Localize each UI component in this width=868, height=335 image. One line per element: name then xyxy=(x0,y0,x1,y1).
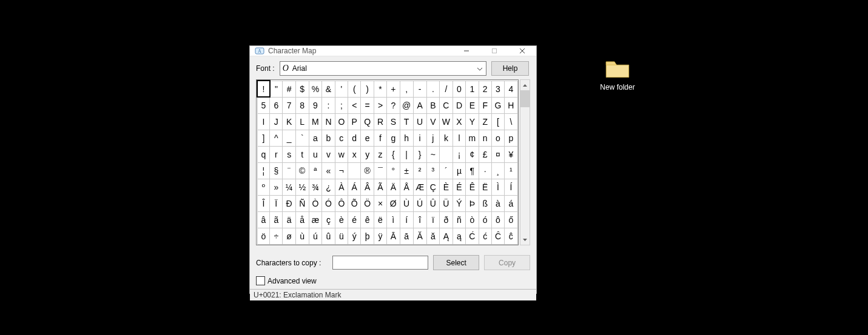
character-cell[interactable]: o xyxy=(491,130,504,147)
character-cell[interactable]: _ xyxy=(283,130,296,147)
character-cell[interactable]: S xyxy=(387,114,400,130)
character-cell[interactable]: º xyxy=(257,179,270,196)
character-cell[interactable]: K xyxy=(283,114,296,130)
character-cell[interactable]: ª xyxy=(309,163,322,179)
character-cell[interactable]: = xyxy=(361,97,374,114)
character-cell[interactable]: Ø xyxy=(387,196,400,212)
character-cell[interactable]: ¸ xyxy=(491,163,504,179)
character-cell[interactable]: Y xyxy=(466,114,479,130)
character-cell[interactable]: Ü xyxy=(439,196,453,212)
character-cell[interactable]: ý xyxy=(348,228,361,245)
character-cell[interactable]: ã xyxy=(270,212,283,228)
character-cell[interactable]: ; xyxy=(335,97,348,114)
character-cell[interactable]: C xyxy=(439,97,453,114)
scroll-down-icon[interactable] xyxy=(520,234,530,245)
character-cell[interactable]: " xyxy=(270,81,283,97)
character-cell[interactable]: Ô xyxy=(335,196,348,212)
character-cell[interactable]: G xyxy=(491,97,504,114)
character-cell[interactable]: $ xyxy=(295,81,309,97)
character-cell[interactable]: þ xyxy=(361,228,374,245)
character-cell[interactable]: â xyxy=(257,212,270,228)
copy-button[interactable]: Copy xyxy=(484,255,530,270)
character-cell[interactable]: ? xyxy=(387,97,400,114)
character-cell[interactable]: è xyxy=(335,212,348,228)
character-cell[interactable]: b xyxy=(322,130,335,147)
character-cell[interactable]: ā xyxy=(400,228,413,245)
character-cell[interactable]: Ú xyxy=(413,196,426,212)
character-cell[interactable]: ð xyxy=(439,212,453,228)
character-cell[interactable]: È xyxy=(439,179,453,196)
help-button[interactable]: Help xyxy=(491,61,529,76)
character-cell[interactable]: g xyxy=(387,130,400,147)
character-cell[interactable]: ¤ xyxy=(491,147,504,163)
character-cell[interactable]: L xyxy=(295,114,309,130)
character-cell[interactable]: î xyxy=(413,212,426,228)
character-cell[interactable]: Ĉ xyxy=(491,228,504,245)
advanced-view-checkbox[interactable] xyxy=(256,276,265,285)
character-cell[interactable]: Ì xyxy=(491,179,504,196)
character-cell[interactable]: T xyxy=(400,114,413,130)
character-cell[interactable]: ¥ xyxy=(505,147,517,163)
character-cell[interactable]: ¶ xyxy=(466,163,479,179)
character-cell[interactable]: ì xyxy=(387,212,400,228)
font-dropdown[interactable]: O Arial xyxy=(280,61,486,76)
character-cell[interactable]: Ć xyxy=(466,228,479,245)
character-cell[interactable]: ą xyxy=(453,228,465,245)
character-cell[interactable] xyxy=(439,147,453,163)
character-cell[interactable]: Q xyxy=(361,114,374,130)
character-cell[interactable]: å xyxy=(295,212,309,228)
scroll-thumb[interactable] xyxy=(520,90,530,107)
character-cell[interactable]: ( xyxy=(348,81,361,97)
character-cell[interactable]: á xyxy=(505,196,517,212)
character-cell[interactable]: Î xyxy=(257,196,270,212)
character-cell[interactable]: § xyxy=(270,163,283,179)
character-cell[interactable]: z xyxy=(374,147,386,163)
character-cell[interactable]: ĉ xyxy=(505,228,517,245)
character-cell[interactable]: m xyxy=(466,130,479,147)
character-cell[interactable]: W xyxy=(439,114,453,130)
character-cell[interactable]: ± xyxy=(400,163,413,179)
character-cell[interactable]: Â xyxy=(361,179,374,196)
maximize-button[interactable] xyxy=(480,46,508,56)
character-cell[interactable]: * xyxy=(374,81,386,97)
character-cell[interactable]: ă xyxy=(426,228,439,245)
character-cell[interactable]: ° xyxy=(387,163,400,179)
character-cell[interactable]: ¿ xyxy=(322,179,335,196)
character-cell[interactable]: ¼ xyxy=(283,179,296,196)
character-cell[interactable]: u xyxy=(309,147,322,163)
character-cell[interactable]: ¦ xyxy=(257,163,270,179)
character-cell[interactable]: Ù xyxy=(400,196,413,212)
character-cell[interactable]: Ï xyxy=(270,196,283,212)
character-cell[interactable]: ¢ xyxy=(466,147,479,163)
character-cell[interactable]: f xyxy=(374,130,386,147)
character-cell[interactable]: Ò xyxy=(309,196,322,212)
character-cell[interactable]: Á xyxy=(348,179,361,196)
character-cell[interactable]: ² xyxy=(413,163,426,179)
character-cell[interactable]: Ê xyxy=(466,179,479,196)
character-cell[interactable]: k xyxy=(439,130,453,147)
character-cell[interactable]: Ã xyxy=(374,179,386,196)
character-cell[interactable]: ë xyxy=(374,212,386,228)
character-cell[interactable]: & xyxy=(322,81,335,97)
character-cell[interactable]: A xyxy=(413,97,426,114)
character-cell[interactable]: Ă xyxy=(413,228,426,245)
character-cell[interactable]: e xyxy=(361,130,374,147)
character-cell[interactable]: d xyxy=(348,130,361,147)
character-cell[interactable]: + xyxy=(387,81,400,97)
character-cell[interactable]: û xyxy=(322,228,335,245)
character-cell[interactable]: % xyxy=(309,81,322,97)
character-cell[interactable]: 7 xyxy=(283,97,296,114)
character-cell[interactable]: Ä xyxy=(387,179,400,196)
character-cell[interactable]: ç xyxy=(322,212,335,228)
character-cell[interactable]: « xyxy=(322,163,335,179)
character-cell[interactable]: - xyxy=(413,81,426,97)
character-cell[interactable]: ¡ xyxy=(453,147,465,163)
character-cell[interactable]: t xyxy=(295,147,309,163)
character-cell[interactable]: ő xyxy=(505,212,517,228)
character-cell[interactable]: Z xyxy=(479,114,491,130)
character-cell[interactable]: l xyxy=(453,130,465,147)
character-cell[interactable]: > xyxy=(374,97,386,114)
character-cell[interactable]: Ð xyxy=(283,196,296,212)
character-cell[interactable]: ~ xyxy=(426,147,439,163)
character-cell[interactable]: × xyxy=(374,196,386,212)
